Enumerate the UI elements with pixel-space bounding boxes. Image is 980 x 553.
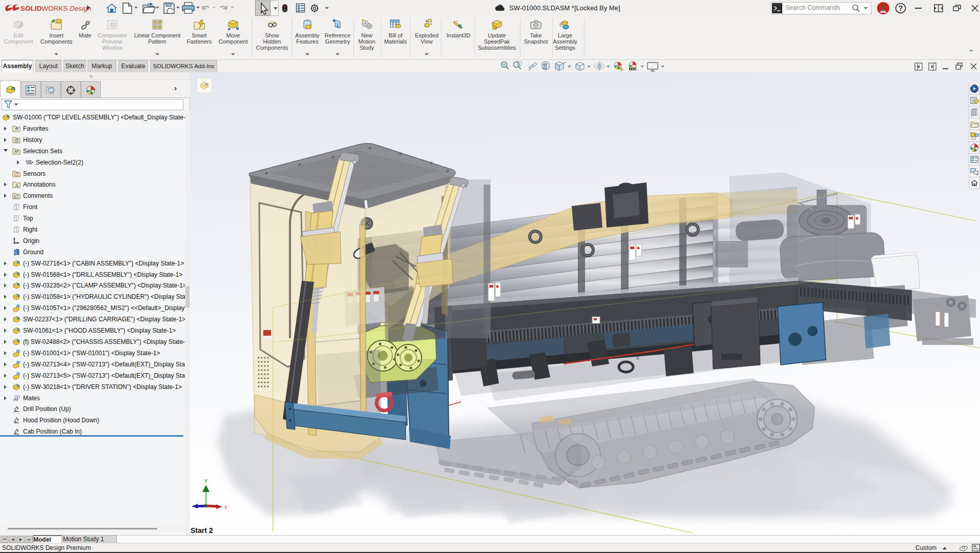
svg-text:SOLIDWORKS Design: SOLIDWORKS Design (20, 5, 91, 12)
svg-text:x: x (224, 504, 227, 510)
svg-text:A: A (15, 183, 18, 188)
svg-text:Y: Y (204, 478, 208, 484)
svg-text:!: ! (496, 26, 497, 30)
svg-text:?: ? (899, 4, 903, 12)
